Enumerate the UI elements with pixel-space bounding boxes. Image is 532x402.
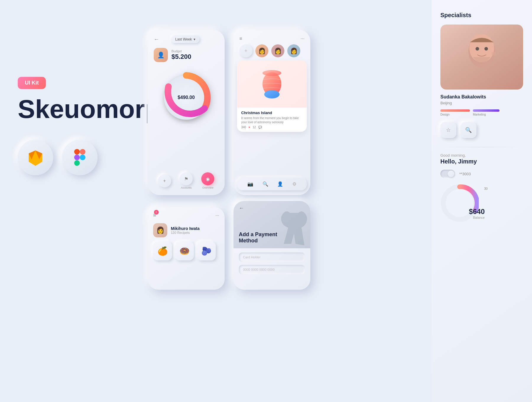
- face-3: 👩: [287, 44, 300, 57]
- user-face: 👤: [154, 48, 168, 62]
- menu-icon[interactable]: ≡: [153, 212, 156, 218]
- shop-header: ≡ ···: [233, 30, 310, 44]
- receipt-header: ≡ ···: [153, 212, 219, 218]
- design-bar: [440, 109, 470, 112]
- heart-icon: ♥: [249, 126, 250, 129]
- donut-center-text: $490.00: [178, 95, 195, 100]
- settings-icon[interactable]: ⚙: [292, 181, 296, 187]
- receipt-count: 120 Recipets: [171, 231, 200, 234]
- svg-point-14: [264, 90, 280, 98]
- overview-icon[interactable]: ◉: [201, 172, 214, 185]
- phone1-header: ← Last Week ▾: [154, 35, 219, 43]
- greeting-name: Hello, Jimmy: [440, 158, 523, 165]
- figma-icon-container: [62, 140, 98, 175]
- more-icon[interactable]: ···: [215, 213, 219, 218]
- card-row: **3003: [440, 170, 523, 178]
- phone1-nav: + ⚑ Accounts ◉ Overview: [154, 172, 219, 189]
- balance-chart: 30 $640 Balance: [440, 184, 488, 222]
- payment-form: Card Holder 0000 0000 0000 0000: [233, 248, 310, 278]
- toggle-knob: [448, 171, 454, 177]
- donut-chart: $490.00: [154, 68, 219, 127]
- receipt-face: 👩: [153, 223, 167, 237]
- svg-point-10: [80, 155, 85, 160]
- payment-title-line1: Add a Payment: [239, 231, 277, 238]
- face-svg: [461, 27, 502, 87]
- svg-point-17: [476, 47, 479, 51]
- svg-point-19: [491, 52, 496, 55]
- payment-title: Add a Payment Method: [239, 231, 277, 244]
- figma-icon: [74, 149, 85, 166]
- week-selector[interactable]: Last Week ▾: [171, 35, 200, 43]
- specialist-actions: ☆ 🔍: [440, 122, 523, 138]
- search-icon[interactable]: 🔍: [262, 181, 268, 187]
- product-info: Christmas Island It seems from the momen…: [237, 108, 307, 132]
- nav-item-add[interactable]: +: [158, 174, 171, 187]
- back-arrow-icon[interactable]: ←: [154, 36, 159, 43]
- ui-kit-badge: UI Kit: [18, 77, 46, 89]
- greeting-text: Good morning,: [440, 153, 523, 158]
- marketing-bar: [473, 109, 499, 112]
- accounts-icon[interactable]: ⚑: [180, 172, 193, 185]
- add-icon[interactable]: +: [158, 174, 171, 187]
- skill-bars: Design Marketing: [440, 109, 523, 116]
- likes-count: 340: [241, 126, 246, 129]
- payment-top: ← Add a Payment Method: [233, 201, 310, 248]
- chevron-down-icon: ▾: [194, 37, 195, 41]
- face-2: 👩: [271, 44, 284, 57]
- accounts-label: Accounts: [181, 186, 192, 189]
- receipt-avatar: 👩: [153, 223, 167, 237]
- profile-icon[interactable]: 👤: [277, 181, 283, 187]
- product-image: [237, 60, 307, 108]
- svg-rect-7: [80, 149, 85, 155]
- card-number-field[interactable]: 0000 0000 0000 0000: [239, 265, 305, 274]
- svg-point-18: [484, 47, 488, 51]
- receipt-user-name: Mikihuro Iwata: [171, 226, 200, 231]
- specialist-location: Beijing: [440, 101, 523, 105]
- budget-label: Budget: [171, 49, 191, 53]
- product-card: Christmas Island It seems from the momen…: [237, 60, 307, 132]
- divider: [440, 147, 523, 147]
- food-donut: 🍩: [175, 241, 194, 260]
- marketing-label: Marketing: [473, 113, 499, 116]
- svg-point-13: [262, 70, 281, 76]
- food-icons-row: 🍊 🍩 🫐: [153, 241, 219, 260]
- user-avatar-3: 👩: [287, 44, 300, 57]
- card-toggle[interactable]: [440, 170, 455, 178]
- add-user-icon[interactable]: +: [239, 44, 252, 57]
- shop-bottom-nav: 📷 🔍 👤 ⚙: [237, 178, 307, 190]
- back-arrow-payment[interactable]: ←: [239, 205, 244, 211]
- nav-item-accounts[interactable]: ⚑ Accounts: [180, 172, 193, 189]
- specialist-face: [440, 25, 523, 90]
- phone-receipts: ≡ ··· 👩 Mikihuro Iwata 120 Recipets 🍊 🍩 …: [148, 207, 225, 290]
- svg-rect-9: [74, 160, 80, 166]
- search-button[interactable]: 🔍: [460, 122, 476, 138]
- payment-title-line2: Method: [239, 238, 277, 244]
- receipt-user-row: 👩 Mikihuro Iwata 120 Recipets: [153, 223, 219, 237]
- svg-rect-8: [74, 155, 80, 160]
- phone-budget: ← Last Week ▾ 👤 Budget $5.200: [148, 30, 225, 195]
- sketch-icon: [26, 149, 45, 166]
- comment-icon: 💬: [258, 126, 262, 129]
- svg-rect-6: [74, 149, 80, 155]
- user-avatar-2: 👩: [271, 44, 284, 57]
- more-dots-icon[interactable]: ···: [301, 36, 304, 41]
- star-button[interactable]: ☆: [440, 122, 456, 138]
- card-holder-field[interactable]: Card Holder: [239, 252, 305, 262]
- nav-item-overview[interactable]: ◉ Overview: [201, 172, 214, 189]
- sketch-icon-container: [18, 140, 53, 175]
- specialists-title: Specialists: [440, 12, 523, 19]
- specialist-name: Sudanka Bakalowits: [440, 94, 523, 100]
- vase-icon: [257, 68, 287, 100]
- balance-label: Balance: [469, 216, 485, 219]
- user-avatar-1: 👩: [255, 44, 268, 57]
- avatar-row: + 👩 👩 👩: [233, 44, 310, 60]
- product-stats: 340 ♥ 12 💬: [241, 126, 303, 129]
- comments-count: 12: [253, 126, 256, 129]
- hamburger-icon[interactable]: ≡: [239, 36, 242, 41]
- camera-icon[interactable]: 📷: [247, 181, 253, 187]
- overview-label: Overview: [202, 186, 214, 189]
- face-1: 👩: [255, 44, 268, 57]
- balance-info: $640 Balance: [469, 208, 485, 219]
- food-orange: 🍊: [153, 241, 172, 260]
- phone-shop: ≡ ··· + 👩 👩 👩: [233, 30, 310, 195]
